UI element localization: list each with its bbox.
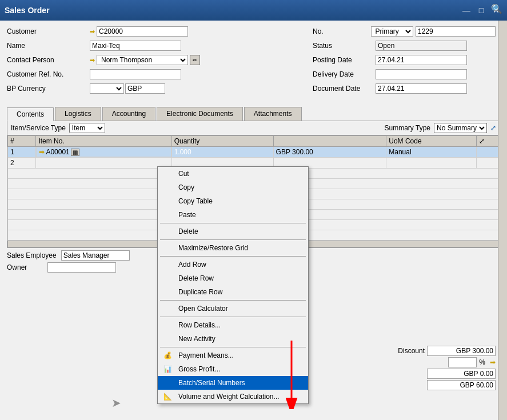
percent-label: % <box>479 358 485 366</box>
context-batch-serial[interactable]: Batch/Serial Numbers <box>158 376 308 390</box>
delete-row-label: Delete Row <box>178 274 214 282</box>
row-details-label: Row Details... <box>178 321 221 329</box>
contact-edit-button[interactable]: ✏ <box>190 55 200 65</box>
customer-arrow-icon: ➡ <box>90 28 95 35</box>
customer-ref-label: Customer Ref. No. <box>7 70 90 78</box>
context-payment-means[interactable]: 💰 Payment Means... <box>158 349 308 362</box>
open-calculator-label: Open Calculator <box>178 305 228 313</box>
context-row-details[interactable]: Row Details... <box>158 318 308 332</box>
tab-attachments[interactable]: Attachments <box>244 107 302 121</box>
no-row: No. Primary <box>313 25 496 38</box>
bp-currency-input[interactable] <box>125 83 165 94</box>
context-delete-row[interactable]: Delete Row <box>158 271 308 285</box>
owner-label: Owner <box>7 263 27 271</box>
contact-person-select[interactable]: Norm Thompson <box>97 55 188 65</box>
cell-item-no[interactable]: ➡ A00001 ▦ <box>36 147 171 157</box>
window-body: Customer ➡ Name Contact Person ➡ Norm Th… <box>0 21 507 420</box>
context-volume-weight[interactable]: 📐 Volume and Weight Calculation... <box>158 390 308 403</box>
separator1 <box>160 223 306 223</box>
contact-person-label: Contact Person <box>7 56 90 64</box>
no-type-select[interactable]: Primary <box>371 26 413 37</box>
cell-uom-2 <box>386 158 477 169</box>
context-menu: Cut Copy Copy Table Paste Delete Maximiz… <box>157 166 309 404</box>
maximize-restore-label: Maximize/Restore Grid <box>178 244 248 252</box>
table-row[interactable]: 1 ➡ A00001 ▦ 1.000 GBP 300.00 Manual <box>8 147 500 158</box>
duplicate-row-label: Duplicate Row <box>178 288 222 296</box>
cell-uom: Manual <box>386 147 477 158</box>
context-copy-table[interactable]: Copy Table <box>158 194 308 208</box>
total1-row <box>347 369 496 379</box>
context-cut[interactable]: Cut <box>158 167 308 181</box>
posting-date-input[interactable] <box>376 55 467 65</box>
col-item-no: Item No. <box>36 136 171 147</box>
copy-table-label: Copy Table <box>178 197 213 205</box>
tab-contents[interactable]: Contents <box>7 107 54 121</box>
discount-arrow-icon: ➡ <box>490 358 496 366</box>
cell-expand-2 <box>477 158 500 169</box>
batch-serial-label: Batch/Serial Numbers <box>178 379 245 387</box>
customer-row: Customer ➡ <box>7 25 313 38</box>
summary-type-select[interactable]: No Summary <box>434 123 487 133</box>
main-scrollbar[interactable] <box>498 21 507 420</box>
context-delete[interactable]: Delete <box>158 225 308 238</box>
discount-value[interactable] <box>427 346 496 356</box>
tab-logistics[interactable]: Logistics <box>55 107 101 121</box>
cell-item-no-2[interactable] <box>36 158 171 169</box>
payment-means-icon: 💰 <box>162 350 173 361</box>
context-open-calculator[interactable]: Open Calculator <box>158 302 308 315</box>
no-input[interactable] <box>416 26 496 37</box>
context-duplicate-row[interactable]: Duplicate Row <box>158 285 308 299</box>
context-new-activity[interactable]: New Activity <box>158 332 308 346</box>
tab-electronic-docs[interactable]: Electronic Documents <box>157 107 243 121</box>
discount-label: Discount <box>398 347 425 355</box>
tab-accounting[interactable]: Accounting <box>102 107 155 121</box>
col-expand[interactable]: ⤢ <box>477 136 500 147</box>
delivery-date-input[interactable] <box>376 69 467 79</box>
delivery-date-label: Delivery Date <box>313 70 376 78</box>
col-uom: UoM Code <box>386 136 477 147</box>
context-maximize-restore[interactable]: Maximize/Restore Grid <box>158 241 308 255</box>
bp-currency-value-group <box>90 83 165 94</box>
cell-price: GBP 300.00 <box>273 147 386 158</box>
customer-input[interactable] <box>97 26 188 37</box>
delete-label: Delete <box>178 227 198 235</box>
payment-means-label: Payment Means... <box>178 351 234 359</box>
status-row: Status <box>313 39 496 52</box>
cell-num-2: 2 <box>8 158 36 169</box>
volume-weight-label: Volume and Weight Calculation... <box>178 393 280 401</box>
document-date-label: Document Date <box>313 85 376 93</box>
context-gross-profit[interactable]: 📊 Gross Profit... <box>158 362 308 376</box>
maximize-button[interactable]: □ <box>475 4 488 17</box>
customer-ref-input[interactable] <box>90 69 181 79</box>
context-paste[interactable]: Paste <box>158 208 308 222</box>
document-date-input[interactable] <box>376 83 467 94</box>
sales-employee-input[interactable] <box>61 250 130 261</box>
context-copy[interactable]: Copy <box>158 181 308 194</box>
total1-value[interactable] <box>427 369 496 379</box>
calc-icon[interactable]: ▦ <box>71 149 79 156</box>
name-input[interactable] <box>90 41 181 51</box>
tabs-area: Contents Logistics Accounting Electronic… <box>7 107 500 121</box>
customer-label: Customer <box>7 27 90 35</box>
context-add-row[interactable]: Add Row <box>158 258 308 271</box>
discount-percent-input[interactable] <box>448 357 477 367</box>
no-label: No. <box>313 27 371 35</box>
contact-person-row: Contact Person ➡ Norm Thompson ✏ <box>7 54 313 66</box>
item-service-type-select[interactable]: Item Service <box>69 123 105 133</box>
expand-icon[interactable]: ⤢ <box>490 124 496 132</box>
customer-ref-row: Customer Ref. No. <box>7 68 313 81</box>
total2-value[interactable] <box>427 380 496 390</box>
nav-indicator: ➤ <box>111 396 121 410</box>
customer-value-group: ➡ <box>90 26 188 37</box>
summary-panel: Discount % ➡ <box>347 346 496 391</box>
app-window: Sales Order — □ ✕ 🔍 Customer ➡ Name <box>0 0 507 420</box>
bp-currency-dropdown[interactable] <box>90 83 124 94</box>
minimize-button[interactable]: — <box>460 4 473 17</box>
col-price <box>273 136 386 147</box>
owner-input[interactable] <box>47 262 116 273</box>
search-button[interactable]: 🔍 <box>491 3 502 14</box>
status-label: Status <box>313 42 376 50</box>
name-row: Name <box>7 39 313 52</box>
gross-profit-label: Gross Profit... <box>178 365 220 373</box>
cell-quantity[interactable]: 1.000 <box>171 147 273 158</box>
